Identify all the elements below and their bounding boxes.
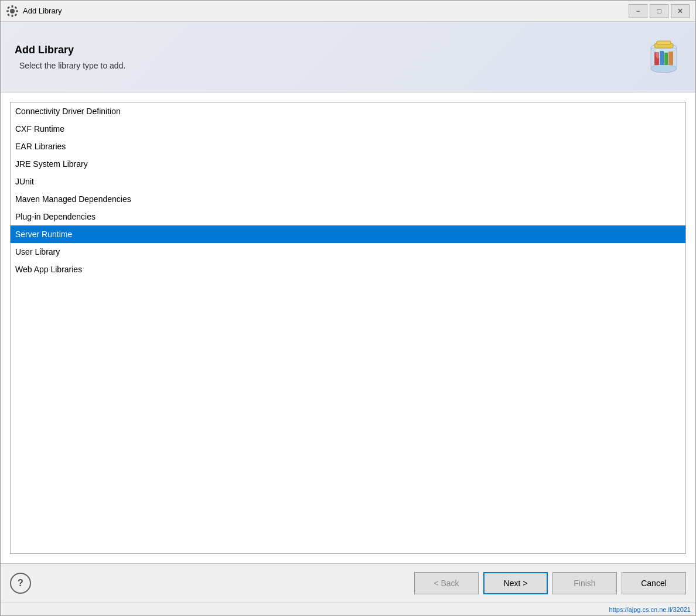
list-item[interactable]: Maven Managed Dependencies — [11, 190, 685, 208]
svg-rect-6 — [14, 6, 17, 9]
header-text: Add Library Select the library type to a… — [15, 44, 125, 70]
title-bar-controls: − □ ✕ — [629, 4, 690, 18]
list-section: Connectivity Driver DefinitionCXF Runtim… — [1, 93, 695, 563]
list-item[interactable]: JUnit — [11, 173, 685, 190]
maximize-button[interactable]: □ — [650, 4, 668, 18]
list-item[interactable]: JRE System Library — [11, 155, 685, 173]
dialog-subtitle: Select the library type to add. — [15, 61, 125, 70]
svg-rect-8 — [14, 13, 17, 16]
list-item[interactable]: Connectivity Driver Definition — [11, 102, 685, 120]
svg-point-0 — [10, 9, 15, 13]
svg-rect-16 — [664, 53, 668, 65]
list-item[interactable]: User Library — [11, 243, 685, 261]
library-type-list[interactable]: Connectivity Driver DefinitionCXF Runtim… — [10, 102, 686, 554]
list-item[interactable]: Server Runtime — [11, 225, 685, 243]
list-item[interactable]: Web App Libraries — [11, 261, 685, 278]
svg-rect-3 — [6, 10, 9, 12]
library-illustration — [629, 33, 681, 80]
list-item[interactable]: EAR Libraries — [11, 138, 685, 155]
title-bar: Add Library − □ ✕ — [1, 1, 695, 22]
finish-button[interactable]: Finish — [552, 572, 617, 594]
svg-rect-5 — [7, 6, 10, 9]
list-item[interactable]: CXF Runtime — [11, 120, 685, 138]
window-icon — [6, 5, 18, 17]
add-library-window: Add Library − □ ✕ Add Library Select the… — [0, 0, 696, 616]
close-button[interactable]: ✕ — [671, 4, 690, 18]
back-button[interactable]: < Back — [414, 572, 479, 594]
list-item[interactable]: Plug-in Dependencies — [11, 208, 685, 225]
svg-rect-2 — [12, 15, 13, 17]
svg-rect-7 — [7, 13, 10, 16]
footer-buttons: < Back Next > Finish Cancel — [414, 572, 686, 594]
svg-rect-15 — [660, 51, 664, 65]
status-url: https://ajpg.cs.cn.ne.ll/32021 — [609, 606, 691, 613]
status-bar: https://ajpg.cs.cn.ne.ll/32021 — [1, 603, 695, 615]
svg-point-11 — [651, 64, 677, 73]
svg-rect-17 — [668, 52, 673, 65]
cancel-button[interactable]: Cancel — [622, 572, 686, 594]
svg-rect-13 — [657, 41, 671, 45]
header-section: Add Library Select the library type to a… — [1, 22, 695, 93]
svg-point-18 — [656, 49, 660, 59]
title-bar-title: Add Library — [23, 6, 629, 15]
main-content: Add Library Select the library type to a… — [1, 22, 695, 563]
svg-rect-4 — [16, 10, 18, 12]
next-button[interactable]: Next > — [483, 572, 548, 594]
dialog-title: Add Library — [15, 44, 125, 56]
footer-bar: ? < Back Next > Finish Cancel — [1, 563, 695, 603]
svg-rect-1 — [12, 5, 13, 8]
minimize-button[interactable]: − — [629, 4, 647, 18]
help-button[interactable]: ? — [10, 573, 31, 594]
